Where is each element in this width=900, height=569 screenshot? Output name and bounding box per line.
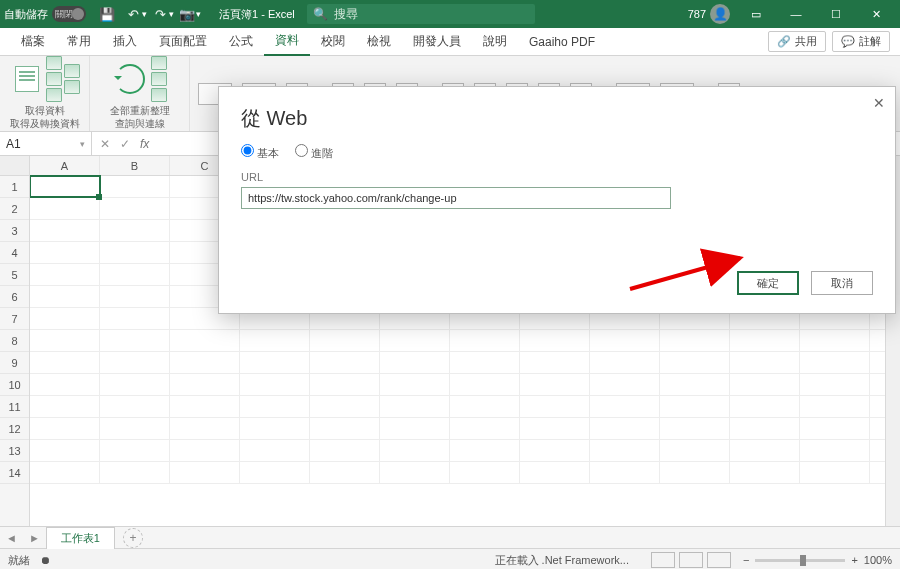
row-header[interactable]: 9	[0, 352, 29, 374]
macro-record-icon[interactable]: ⏺	[40, 554, 51, 566]
name-box[interactable]: A1▾	[0, 132, 92, 156]
fx-icon[interactable]: fx	[140, 137, 149, 151]
cell-a1[interactable]	[30, 176, 100, 197]
autosave-label: 自動儲存	[4, 7, 48, 22]
row-header[interactable]: 6	[0, 286, 29, 308]
user-account[interactable]: 787 👤	[688, 4, 730, 24]
refresh-all-icon[interactable]	[113, 62, 147, 96]
row-header[interactable]: 4	[0, 242, 29, 264]
queries-connections-label: 查詢與連線	[115, 117, 165, 131]
avatar-icon: 👤	[710, 4, 730, 24]
from-table-icon[interactable]	[46, 88, 62, 102]
row-headers: 1 2 3 4 5 6 7 8 9 10 11 12 13 14	[0, 156, 30, 526]
row-header[interactable]: 11	[0, 396, 29, 418]
properties-icon[interactable]	[151, 72, 167, 86]
tab-home[interactable]: 常用	[56, 28, 102, 56]
status-loading: 正在載入 .Net Framework...	[495, 553, 629, 568]
zoom-slider[interactable]	[755, 559, 845, 562]
edit-links-icon[interactable]	[151, 88, 167, 102]
cancel-button[interactable]: 取消	[811, 271, 873, 295]
row-header[interactable]: 5	[0, 264, 29, 286]
new-sheet-icon[interactable]: +	[123, 528, 143, 548]
from-text-icon[interactable]	[46, 56, 62, 70]
row-header[interactable]: 1	[0, 176, 29, 198]
save-icon[interactable]: 💾	[96, 3, 118, 25]
camera-icon[interactable]: 📷	[176, 3, 198, 25]
workbook-title: 活頁簿1 - Excel	[219, 7, 295, 22]
ribbon-group-refresh: 全部重新整理 查詢與連線	[90, 56, 190, 131]
ok-button[interactable]: 確定	[737, 271, 799, 295]
sheet-nav-prev-icon[interactable]: ◄	[0, 532, 23, 544]
ribbon-group-get-data: 取得資料 取得及轉換資料	[0, 56, 90, 131]
tab-review[interactable]: 校閱	[310, 28, 356, 56]
row-header[interactable]: 13	[0, 440, 29, 462]
refresh-all-label: 全部重新整理	[110, 104, 170, 118]
zoom-out-icon[interactable]: −	[743, 554, 749, 566]
existing-connections-icon[interactable]	[64, 80, 80, 94]
ribbon-tabs: 檔案 常用 插入 頁面配置 公式 資料 校閱 檢視 開發人員 說明 Gaaiho…	[0, 28, 900, 56]
tab-view[interactable]: 檢視	[356, 28, 402, 56]
tab-data[interactable]: 資料	[264, 28, 310, 56]
row-header[interactable]: 14	[0, 462, 29, 484]
recent-sources-icon[interactable]	[64, 64, 80, 78]
row-header[interactable]: 3	[0, 220, 29, 242]
maximize-icon[interactable]: ☐	[816, 0, 856, 28]
dialog-close-icon[interactable]: ✕	[873, 95, 885, 111]
tab-insert[interactable]: 插入	[102, 28, 148, 56]
undo-icon[interactable]: ↶	[122, 3, 144, 25]
column-header[interactable]: A	[30, 156, 100, 175]
search-placeholder: 搜尋	[334, 6, 358, 23]
url-input[interactable]	[241, 187, 671, 209]
from-web-icon[interactable]	[46, 72, 62, 86]
zoom-control[interactable]: − + 100%	[743, 554, 892, 566]
cancel-formula-icon[interactable]: ✕	[100, 137, 110, 151]
row-header[interactable]: 10	[0, 374, 29, 396]
minimize-icon[interactable]: —	[776, 0, 816, 28]
radio-basic[interactable]: 基本	[241, 144, 279, 161]
tab-formulas[interactable]: 公式	[218, 28, 264, 56]
tab-gaaiho-pdf[interactable]: Gaaiho PDF	[518, 28, 606, 56]
dialog-title: 從 Web	[241, 105, 873, 132]
status-ready: 就緒	[8, 553, 30, 568]
sheet-tab-bar: ◄ ► 工作表1 +	[0, 526, 900, 548]
select-all-corner[interactable]	[0, 156, 29, 176]
zoom-in-icon[interactable]: +	[851, 554, 857, 566]
ribbon-options-icon[interactable]: ▭	[736, 0, 776, 28]
row-header[interactable]: 8	[0, 330, 29, 352]
status-bar: 就緒 ⏺ 正在載入 .Net Framework... − + 100%	[0, 548, 900, 569]
autosave-toggle[interactable]: 自動儲存 關閉	[4, 6, 86, 22]
get-transform-label: 取得及轉換資料	[10, 117, 80, 131]
comment-button[interactable]: 💬註解	[832, 31, 890, 52]
row-header[interactable]: 2	[0, 198, 29, 220]
radio-advanced[interactable]: 進階	[295, 144, 333, 161]
row-header[interactable]: 12	[0, 418, 29, 440]
tab-page-layout[interactable]: 頁面配置	[148, 28, 218, 56]
page-layout-view-icon[interactable]	[679, 552, 703, 568]
tab-developer[interactable]: 開發人員	[402, 28, 472, 56]
get-data-label: 取得資料	[25, 104, 65, 118]
autosave-switch[interactable]: 關閉	[52, 6, 86, 22]
get-data-icon[interactable]	[10, 62, 44, 96]
title-bar: 自動儲存 關閉 💾 ↶▾ ↷▾ 📷▾ 活頁簿1 - Excel 🔍 搜尋 787…	[0, 0, 900, 28]
redo-icon[interactable]: ↷	[149, 3, 171, 25]
tab-help[interactable]: 說明	[472, 28, 518, 56]
sheet-tab-active[interactable]: 工作表1	[46, 527, 115, 549]
url-label: URL	[241, 171, 873, 183]
queries-icon[interactable]	[151, 56, 167, 70]
tab-file[interactable]: 檔案	[10, 28, 56, 56]
search-box[interactable]: 🔍 搜尋	[307, 4, 535, 24]
close-icon[interactable]: ✕	[856, 0, 896, 28]
page-break-view-icon[interactable]	[707, 552, 731, 568]
row-header[interactable]: 7	[0, 308, 29, 330]
column-header[interactable]: B	[100, 156, 170, 175]
normal-view-icon[interactable]	[651, 552, 675, 568]
enter-formula-icon[interactable]: ✓	[120, 137, 130, 151]
search-icon: 🔍	[313, 7, 328, 21]
zoom-level: 100%	[864, 554, 892, 566]
sheet-nav-next-icon[interactable]: ►	[23, 532, 46, 544]
share-button[interactable]: 🔗共用	[768, 31, 826, 52]
from-web-dialog: ✕ 從 Web 基本 進階 URL 確定 取消	[218, 86, 896, 314]
